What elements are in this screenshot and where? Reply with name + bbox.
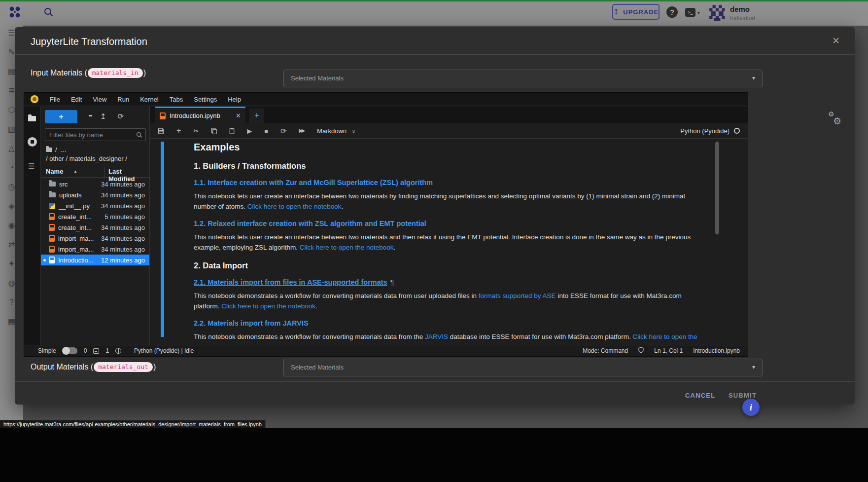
simple-mode-toggle[interactable]: [63, 347, 77, 354]
terminal-count-icon: [93, 348, 99, 354]
paragraph-text: database into ESSE format for use with M…: [448, 333, 632, 340]
notebook-link[interactable]: JARVIS: [425, 333, 448, 340]
chevron-down-icon: ▾: [752, 364, 755, 371]
file-row[interactable]: create_int...5 minutes ago: [41, 211, 149, 222]
kernel-name[interactable]: Python (Pyodide): [680, 127, 729, 135]
link-url-tooltip: https://jupyterlite.mat3ra.com/files/api…: [0, 420, 266, 429]
file-row[interactable]: uploads34 minutes ago: [41, 189, 149, 200]
output-materials-select[interactable]: Selected Materials ▾: [283, 359, 763, 376]
notebook-link[interactable]: Click here to open the notebook: [221, 302, 315, 310]
table-of-contents-icon[interactable]: ☰: [28, 162, 35, 171]
menu-run[interactable]: Run: [112, 96, 135, 103]
status-right: Mode: Command Ln 1, Col 1 Introduction.i…: [583, 347, 740, 355]
notebook-section-link[interactable]: 2.1. Materials import from files in ASE-…: [194, 278, 706, 286]
notebook-icon: [49, 257, 55, 263]
menu-file[interactable]: File: [44, 96, 66, 103]
menu-help[interactable]: Help: [222, 96, 246, 103]
menu-settings[interactable]: Settings: [188, 96, 222, 103]
file-name: src: [59, 181, 68, 188]
notebook-section-link[interactable]: 1.1. Interface creation with Zur and McG…: [194, 179, 706, 186]
menu-items: FileEditViewRunKernelTabsSettingsHelp: [44, 96, 246, 103]
search-icon[interactable]: [43, 7, 54, 18]
paragraph-text: This notebook lets user create an interf…: [194, 233, 691, 251]
cancel-button[interactable]: CANCEL: [679, 387, 721, 404]
paren-close: ): [143, 69, 146, 77]
column-name[interactable]: Name: [46, 168, 63, 175]
running-kernels-icon[interactable]: [28, 137, 37, 147]
notebook-paragraph: This notebook lets user create an interf…: [194, 232, 706, 253]
restart-kernel-icon[interactable]: ⟳: [280, 127, 287, 135]
notebook-link[interactable]: Click here to open the notebook: [300, 244, 394, 251]
notebook-link[interactable]: Click here to open the notebook: [247, 203, 342, 210]
restart-run-all-icon[interactable]: ▶▶: [299, 128, 304, 133]
cursor-position[interactable]: Ln 1, Col 1: [654, 347, 683, 354]
help-icon[interactable]: ?: [666, 6, 678, 18]
filter-files-input[interactable]: [49, 129, 134, 141]
tab-introduction-ipynb[interactable]: Introduction.ipynb ✕: [155, 107, 245, 123]
new-launcher-button[interactable]: +: [45, 110, 77, 123]
menu-kernel[interactable]: Kernel: [135, 96, 164, 103]
file-browser-tab-icon[interactable]: [28, 114, 36, 123]
file-browser-panel: + ↥ ⟳ / …: [41, 107, 150, 345]
refresh-icon[interactable]: ⟳: [118, 112, 124, 121]
active-cell-indicator[interactable]: [161, 142, 164, 337]
terminal-count: 0: [84, 347, 87, 354]
copy-icon[interactable]: [211, 128, 217, 134]
jupyterlite-transformation-modal: JupyterLite Transformation ✕ Input Mater…: [15, 27, 855, 405]
gear-large-icon: ⚙: [833, 115, 841, 127]
paren-close: ): [153, 363, 156, 371]
file-row[interactable]: Introductio...12 minutes ago: [41, 255, 149, 265]
file-list-header: Name ▲ Last Modified: [41, 166, 149, 178]
file-name: __init__.py: [59, 202, 90, 210]
mat3ra-logo[interactable]: [7, 4, 23, 20]
trust-shield-icon: [638, 347, 644, 355]
info-fab-button[interactable]: i: [742, 399, 760, 416]
breadcrumb[interactable]: / …: [46, 146, 67, 153]
stop-icon[interactable]: ■: [264, 128, 268, 134]
settings-gears-icon[interactable]: ⚙ ⚙: [827, 110, 849, 130]
file-row[interactable]: create_int...34 minutes ago: [41, 222, 149, 233]
menu-edit[interactable]: Edit: [66, 96, 87, 103]
paragraph-text: .: [341, 203, 343, 210]
cut-icon[interactable]: ✂: [193, 128, 199, 134]
file-row[interactable]: import_ma...34 minutes ago: [41, 244, 149, 255]
dock-tab-bar: Introduction.ipynb ✕ +: [150, 107, 748, 123]
kernel-state[interactable]: Python (Pyodide) | Idle: [134, 347, 194, 354]
terminal-icon[interactable]: >_: [685, 8, 695, 17]
notebook-icon: [49, 213, 55, 220]
crumb-ellipsis[interactable]: …: [60, 146, 67, 153]
avatar[interactable]: [708, 3, 727, 22]
chevron-down-icon: ∨: [352, 129, 355, 134]
cell-type-select[interactable]: Markdown ∨: [317, 127, 355, 135]
save-icon[interactable]: [158, 128, 164, 134]
file-row[interactable]: __init__.py34 minutes ago: [41, 200, 149, 211]
insert-cell-icon[interactable]: +: [176, 127, 181, 135]
command-mode-label: Mode: Command: [583, 347, 628, 354]
terminal-caret-icon[interactable]: ▾: [697, 10, 700, 15]
new-tab-button[interactable]: +: [249, 109, 264, 123]
kernel-area: Python (Pyodide): [680, 127, 740, 135]
top-accent-line: [0, 0, 868, 1]
notebook-link[interactable]: formats supported by ASE: [479, 292, 556, 299]
file-row[interactable]: import_ma...34 minutes ago: [41, 233, 149, 244]
paste-icon[interactable]: [229, 128, 235, 134]
close-icon[interactable]: ✕: [832, 35, 840, 46]
materials-in-chip: materials_in: [88, 68, 143, 78]
input-materials-select[interactable]: Selected Materials ▾: [283, 70, 763, 87]
user-name[interactable]: demo: [730, 5, 750, 13]
menu-view[interactable]: View: [87, 96, 112, 103]
notebook-scrollbar[interactable]: [715, 142, 719, 234]
notebook-section-link[interactable]: 1.2. Relaxed interface creation with ZSL…: [194, 220, 706, 227]
breadcrumb-path[interactable]: / other / materials_designer /: [46, 155, 127, 162]
tab-close-icon[interactable]: ✕: [236, 112, 241, 119]
file-modified: 34 minutes ago: [101, 235, 145, 242]
upgrade-button[interactable]: ↥ UPGRADE: [612, 4, 660, 20]
cell-type-value: Markdown: [317, 127, 347, 135]
file-row[interactable]: src34 minutes ago: [41, 179, 149, 189]
menu-tabs[interactable]: Tabs: [164, 96, 188, 103]
left-activity-rail: ☰: [24, 107, 41, 345]
run-icon[interactable]: ▶: [247, 128, 252, 134]
upload-icon[interactable]: ↥: [100, 112, 106, 121]
status-bar: Simple 0 1 Python (Pyodide) | Idle Mode:…: [24, 345, 748, 356]
notebook-section-link[interactable]: 2.2. Materials import from JARVIS: [194, 319, 706, 327]
